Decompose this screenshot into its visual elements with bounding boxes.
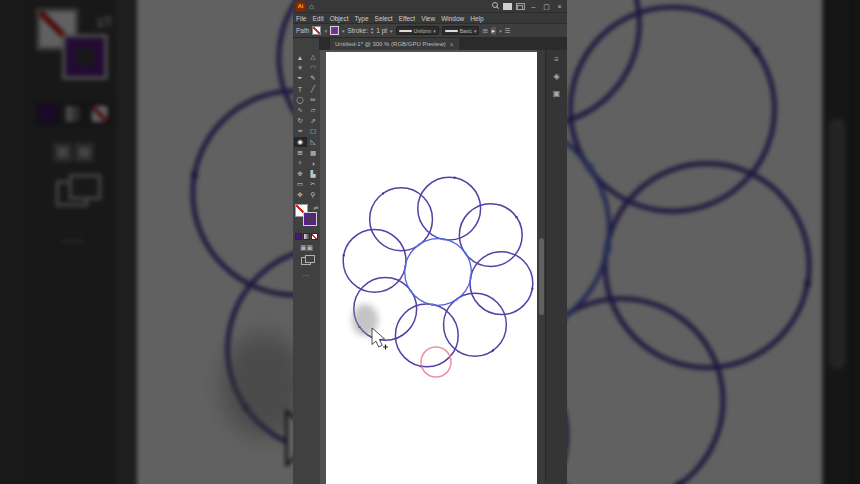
- zoom-tool-icon[interactable]: ⚲: [307, 190, 320, 201]
- stroke-label: Stroke:: [347, 27, 368, 34]
- properties-panel-icon[interactable]: ≡: [554, 55, 559, 64]
- libraries-panel-icon[interactable]: ◈: [553, 72, 559, 81]
- tools-grid: ▲△✳◠✒✎T╱◯✏∿▱↻⇗≍▢◉◺⊞▩✧◑❉▙▭✂✥⚲: [294, 52, 320, 200]
- width-profile-preview-icon: [399, 30, 412, 32]
- brush-definition-dropdown[interactable]: Basic ▾: [442, 26, 480, 35]
- line-segment-tool-icon[interactable]: ╱: [307, 84, 320, 95]
- menu-file[interactable]: File: [296, 15, 306, 22]
- magic-wand-tool-icon[interactable]: ✳: [294, 63, 307, 74]
- menu-select[interactable]: Select: [375, 15, 393, 22]
- rotate-tool-icon[interactable]: ↻: [294, 116, 307, 127]
- ellipse-tool-icon[interactable]: ◯: [294, 94, 307, 105]
- selection-type-label: Path: [296, 27, 309, 34]
- toolbar-header: [293, 38, 320, 50]
- lasso-tool-icon[interactable]: ◠: [307, 63, 320, 74]
- minimize-button[interactable]: –: [529, 1, 538, 12]
- width-tool-icon[interactable]: ≍: [294, 126, 307, 137]
- fill-stroke-indicator: ⇄: [295, 204, 319, 230]
- artboards-panel-icon[interactable]: ▣: [553, 89, 561, 98]
- edit-toolbar-icon[interactable]: …: [303, 270, 311, 277]
- symbol-sprayer-tool-icon[interactable]: ❉: [294, 169, 307, 180]
- direct-selection-tool-icon[interactable]: △: [307, 52, 320, 63]
- close-button[interactable]: ×: [555, 1, 564, 12]
- control-bar: Path ▾ ▾ Stroke: ▴ ▾ 1 pt ▾ Uniform ▾ Ba…: [293, 24, 567, 38]
- paintbrush-tool-icon[interactable]: ✏: [307, 94, 320, 105]
- fill-caret-icon[interactable]: ▾: [324, 28, 327, 34]
- scrollbar-thumb[interactable]: [539, 238, 544, 315]
- workspace-switcher-icon[interactable]: [516, 3, 525, 10]
- type-tool-icon[interactable]: T: [294, 84, 307, 95]
- column-graph-tool-icon[interactable]: ▙: [307, 169, 320, 180]
- document-tab-close-icon[interactable]: ×: [450, 41, 454, 48]
- hand-tool-icon[interactable]: ✥: [294, 190, 307, 201]
- stepper-down-icon[interactable]: ▾: [371, 31, 373, 34]
- mesh-tool-icon[interactable]: ⊞: [294, 147, 307, 158]
- title-bar: Ai ⌂ – ▢ ×: [293, 0, 567, 13]
- tools-panel: ▲△✳◠✒✎T╱◯✏∿▱↻⇗≍▢◉◺⊞▩✧◑❉▙▭✂✥⚲ ⇄ ▣▣ …: [293, 50, 320, 484]
- stroke-weight-value[interactable]: 1 pt: [376, 27, 387, 34]
- menu-effect[interactable]: Effect: [399, 15, 416, 22]
- maximize-button[interactable]: ▢: [542, 1, 551, 12]
- width-profile-label: Uniform: [414, 28, 432, 34]
- arrange-documents-icon[interactable]: [503, 3, 512, 10]
- panel-menu-icon[interactable]: ☰: [505, 27, 511, 35]
- brush-label: Basic: [460, 28, 472, 34]
- stroke-color-swatch[interactable]: [330, 26, 339, 35]
- stroke-swatch[interactable]: [303, 212, 317, 226]
- menu-window[interactable]: Window: [441, 15, 464, 22]
- shape-builder-tool-icon[interactable]: ◉: [294, 137, 307, 148]
- fill-color-swatch[interactable]: [312, 26, 321, 35]
- brush-preview-icon: [445, 30, 458, 32]
- gradient-button[interactable]: [303, 233, 310, 240]
- screen-mode-icon[interactable]: [301, 255, 313, 264]
- none-button[interactable]: [311, 233, 318, 240]
- main-area: ▲△✳◠✒✎T╱◯✏∿▱↻⇗≍▢◉◺⊞▩✧◑❉▙▭✂✥⚲ ⇄ ▣▣ …: [293, 50, 567, 484]
- slice-tool-icon[interactable]: ✂: [307, 179, 320, 190]
- shaper-tool-icon[interactable]: ∿: [294, 105, 307, 116]
- panel-dock: ≡◈▣: [545, 50, 567, 484]
- eraser-tool-icon[interactable]: ▱: [307, 105, 320, 116]
- stroke-caret-icon[interactable]: ▾: [342, 28, 345, 34]
- illustrator-window: Ai ⌂ – ▢ × FileEditObjectTypeSelectEffec…: [293, 0, 567, 484]
- shape-mode-caret-icon[interactable]: ▾: [499, 28, 502, 34]
- app-logo-icon: Ai: [296, 2, 305, 11]
- scale-tool-icon[interactable]: ⇗: [307, 116, 320, 127]
- stroke-weight-caret-icon[interactable]: ▾: [390, 28, 393, 34]
- variable-width-profile-dropdown[interactable]: Uniform ▾: [396, 26, 439, 35]
- canvas-pasteboard[interactable]: [320, 50, 537, 484]
- color-mode-buttons: [295, 233, 318, 240]
- stroke-weight-stepper[interactable]: ▴ ▾: [371, 27, 373, 34]
- artboard[interactable]: [326, 52, 537, 484]
- menu-type[interactable]: Type: [354, 15, 368, 22]
- curvature-tool-icon[interactable]: ✎: [307, 73, 320, 84]
- tab-bar: Untitled-1* @ 300 % (RGB/GPU Preview) ×: [293, 38, 567, 50]
- search-icon[interactable]: [491, 2, 499, 10]
- artboard-tool-icon[interactable]: ▭: [294, 179, 307, 190]
- vertical-scrollbar[interactable]: [537, 50, 545, 484]
- draw-mode-icon[interactable]: ▣▣: [300, 244, 313, 251]
- screenshot-root: Ai ⌂ – ▢ × FileEditObjectTypeSelectEffec…: [0, 0, 860, 484]
- eyedropper-tool-icon[interactable]: ✧: [294, 158, 307, 169]
- free-transform-tool-icon[interactable]: ▢: [307, 126, 320, 137]
- selection-tool-icon[interactable]: ▲: [294, 52, 307, 63]
- blend-tool-icon[interactable]: ◑: [307, 158, 320, 169]
- menu-edit[interactable]: Edit: [312, 15, 323, 22]
- menu-help[interactable]: Help: [470, 15, 483, 22]
- width-profile-caret-icon[interactable]: ▾: [433, 28, 436, 34]
- spiral-artwork: [326, 52, 537, 484]
- shape-mode-icon[interactable]: ▸: [491, 27, 496, 35]
- brush-caret-icon[interactable]: ▾: [474, 28, 477, 34]
- gradient-tool-icon[interactable]: ▩: [307, 147, 320, 158]
- home-icon[interactable]: ⌂: [309, 2, 314, 11]
- document-tab-title: Untitled-1* @ 300 % (RGB/GPU Preview): [335, 41, 446, 47]
- swap-fill-stroke-icon[interactable]: ⇄: [313, 204, 318, 211]
- color-button[interactable]: [295, 233, 302, 240]
- menu-object[interactable]: Object: [330, 15, 349, 22]
- recolor-grid-icon[interactable]: ⊞: [482, 27, 487, 35]
- pen-tool-icon[interactable]: ✒: [294, 73, 307, 84]
- menu-view[interactable]: View: [421, 15, 435, 22]
- menu-bar: FileEditObjectTypeSelectEffectViewWindow…: [293, 13, 567, 24]
- document-tab[interactable]: Untitled-1* @ 300 % (RGB/GPU Preview) ×: [330, 38, 459, 50]
- perspective-grid-tool-icon[interactable]: ◺: [307, 137, 320, 148]
